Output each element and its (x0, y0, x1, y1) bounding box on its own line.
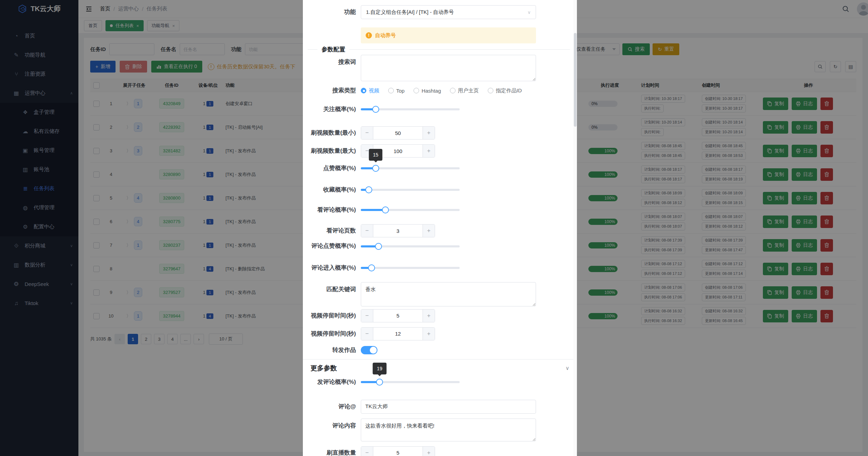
warning-filled-icon: ! (366, 32, 372, 39)
radio-dot-icon (361, 88, 366, 93)
radio-Top[interactable]: Top (388, 88, 405, 94)
slider-thumb[interactable] (365, 186, 372, 193)
live-count-stepper: − 5 + (361, 446, 435, 456)
stepper-minus-button[interactable]: − (361, 310, 373, 322)
radio-label: 用户主页 (458, 87, 479, 94)
modal-func-select[interactable]: 1.自定义组合任务[AI] / [TK] - 自动养号 ∨ (361, 5, 536, 19)
scrollbar-thumb[interactable] (574, 33, 577, 127)
favorite-probability-slider[interactable] (361, 186, 460, 193)
radio-dot-icon (450, 88, 456, 93)
radio-指定作品ID[interactable]: 指定作品ID (488, 87, 522, 94)
view-comment-probability-slider[interactable] (361, 206, 460, 213)
keyword-textarea[interactable] (361, 282, 536, 306)
comment-enter-probability-slider[interactable] (361, 264, 460, 271)
like-probability-slider[interactable]: 15 (361, 165, 460, 172)
slider-thumb[interactable] (372, 106, 379, 113)
radio-Hashtag[interactable]: Hashtag (414, 88, 441, 94)
comment-like-probability-slider[interactable] (361, 243, 460, 250)
section-divider-params: 参数配置 (303, 45, 577, 53)
search-word-label: 搜索词 (303, 55, 361, 66)
app-root: TK云大师 ◔首页✎功能导航⑂注册资源▦运营中心∧ ❖盒子管理☁私有云储存▣账号… (0, 0, 868, 456)
stepper-plus-button[interactable]: + (423, 447, 435, 456)
comment-pages-stepper: − 3 + (361, 224, 435, 237)
repost-toggle[interactable] (361, 346, 377, 354)
radio-dot-icon (488, 88, 493, 93)
search-type-radios: 视频TopHashtag用户主页指定作品ID (361, 87, 522, 94)
post-comment-probability-slider[interactable]: 19 (361, 379, 460, 386)
slider-thumb[interactable] (368, 264, 375, 271)
radio-label: 指定作品ID (496, 87, 522, 94)
stepper-plus-button[interactable]: + (423, 145, 435, 157)
modal-warning-box: ! 自动养号 (361, 27, 536, 43)
stepper-plus-button[interactable]: + (423, 127, 435, 139)
stay-max-stepper: − 12 + (361, 327, 435, 340)
search-type-label: 搜索类型 (303, 87, 361, 94)
min-videos-stepper: − 50 + (361, 126, 435, 140)
radio-label: Top (396, 88, 405, 94)
search-word-textarea[interactable] (361, 55, 536, 81)
radio-dot-icon (388, 88, 394, 93)
slider-thumb[interactable] (375, 243, 382, 250)
radio-dot-icon (414, 88, 419, 93)
radio-label: Hashtag (422, 88, 441, 94)
radio-视频[interactable]: 视频 (361, 87, 379, 94)
stepper-minus-button[interactable]: − (361, 328, 373, 340)
comment-content-textarea[interactable] (361, 419, 536, 441)
chevron-down-icon: ∨ (527, 10, 531, 15)
stay-min-stepper: − 5 + (361, 309, 435, 322)
slider-value-tooltip: 19 (373, 363, 386, 374)
modal-func-label: 功能 (303, 8, 361, 16)
stepper-plus-button[interactable]: + (423, 225, 435, 237)
stepper-minus-button[interactable]: − (361, 447, 373, 456)
task-edit-modal: 功能 1.自定义组合任务[AI] / [TK] - 自动养号 ∨ ! 自动养号 … (303, 0, 577, 456)
slider-thumb[interactable] (372, 165, 379, 172)
stepper-minus-button[interactable]: − (361, 225, 373, 237)
slider-thumb[interactable] (382, 206, 389, 213)
comment-at-input[interactable] (361, 400, 536, 414)
slider-thumb[interactable] (376, 379, 383, 386)
stepper-plus-button[interactable]: + (423, 310, 435, 322)
stepper-minus-button[interactable]: − (361, 127, 373, 139)
more-params-header[interactable]: 更多参数 ∨ (303, 363, 577, 373)
chevron-down-icon: ∨ (565, 365, 569, 371)
radio-label: 视频 (369, 87, 379, 94)
stepper-plus-button[interactable]: + (423, 328, 435, 340)
modal-scrollbar (573, 0, 577, 456)
slider-value-tooltip: 15 (369, 149, 383, 161)
follow-probability-slider[interactable] (361, 106, 460, 113)
radio-用户主页[interactable]: 用户主页 (450, 87, 479, 94)
